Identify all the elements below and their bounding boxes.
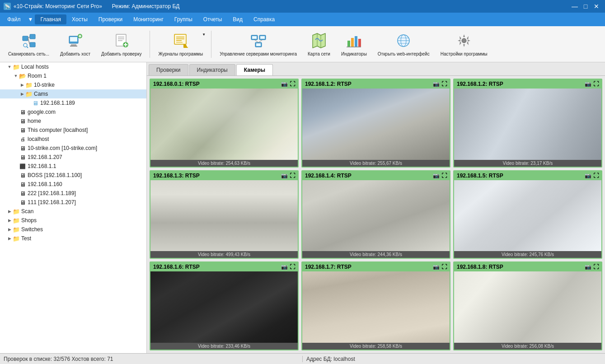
toggle-room1[interactable]: ▼ <box>13 73 19 79</box>
camera-header-9: 192.168.1.8: RTSP 📷 ⛶ <box>454 262 601 271</box>
sidebar-item-222[interactable]: 🖥 222 [192.168.1.189] <box>0 189 146 198</box>
camera-cell-9[interactable]: 192.168.1.8: RTSP 📷 ⛶ Video bitrate: 256… <box>453 261 602 350</box>
camera-cell-8[interactable]: 192.168.1.7: RTSP 📷 ⛶ Video bitrate: 258… <box>301 261 450 350</box>
camera-cell-4[interactable]: 192.168.1.3: RTSP 📷 ⛶ Video bitrate: 499… <box>150 170 299 259</box>
sidebar-item-this-computer[interactable]: 🖥 This computer [localhost] <box>0 126 146 135</box>
tabs-bar: Проверки Индикаторы Камеры <box>147 62 605 76</box>
localhost-label: localhost <box>28 136 49 142</box>
camera-expand-icon-9[interactable]: ⛶ <box>593 264 599 270</box>
camera-expand-icon-7[interactable]: ⛶ <box>290 264 295 270</box>
camera-expand-icon-1[interactable]: ⛶ <box>290 81 295 87</box>
indicators-button[interactable]: Индикаторы <box>337 29 371 60</box>
toolbar-separator-1 <box>150 31 150 58</box>
sidebar-item-local-hosts[interactable]: ▼ 📁 Local hosts <box>0 62 146 71</box>
camera-expand-icon-2[interactable]: ⛶ <box>441 81 447 87</box>
camera-video-icon-1: 📷 <box>281 81 288 87</box>
camera-cell-2[interactable]: 192.168.1.2: RTSP 📷 ⛶ Video bitrate: 255… <box>301 79 450 168</box>
add-host-button[interactable]: Добавить хост <box>56 29 95 60</box>
toggle-switches[interactable]: ▶ <box>6 226 13 233</box>
title-bar-left: 📡 «10-Страйк: Мониторинг Сети Pro» Режим… <box>4 3 179 10</box>
camera-header-3: 192.168.1.2: RTSP 📷 ⛶ <box>454 79 601 89</box>
tab-indicators[interactable]: Индикаторы <box>189 64 235 75</box>
sidebar-item-switches[interactable]: ▶ 📁 Switches <box>0 225 146 234</box>
camera-expand-icon-8[interactable]: ⛶ <box>441 264 447 270</box>
folder-icon-test: 📁 <box>13 235 20 242</box>
web-interface-label: Открыть web-интерфейс <box>378 51 430 57</box>
menu-reports[interactable]: Отчеты <box>198 14 227 24</box>
sidebar-item-192-168-1-189[interactable]: 🖥 192.168.1.189 <box>0 98 146 107</box>
toggle-scan[interactable]: ▶ <box>6 208 13 215</box>
sidebar-item-192-168-1-1[interactable]: ⬛ 192.168.1.1 <box>0 162 146 171</box>
sidebar-item-192-168-1-160[interactable]: 🖥 192.168.1.160 <box>0 180 146 189</box>
camera-cell-1[interactable]: 192.168.0.1: RTSP 📷 ⛶ Video bitrate: 254… <box>150 79 299 168</box>
menu-help[interactable]: Справка <box>248 14 280 24</box>
minimize-button[interactable]: — <box>570 1 580 11</box>
sidebar-item-10-strike-com[interactable]: 🖥 10-strike.com [10-strike.com] <box>0 144 146 153</box>
camera-footer-9: Video bitrate: 256,08 KB/s <box>454 343 601 350</box>
sidebar-item-test[interactable]: ▶ 📁 Test <box>0 234 146 243</box>
toggle-local-hosts[interactable]: ▼ <box>6 64 13 70</box>
camera-feed-8 <box>302 271 450 343</box>
boss-label: BOSS [192.168.1.100] <box>28 172 82 178</box>
logs-button[interactable]: ▼ Журналы программы ▼ <box>154 29 207 60</box>
sidebar-item-10strike[interactable]: ▶ 📁 10-strike <box>0 80 146 89</box>
sidebar-item-192-168-1-207[interactable]: 🖥 192.168.1.207 <box>0 153 146 162</box>
settings-button[interactable]: Настройки программы <box>436 29 492 60</box>
menu-file[interactable]: Файл <box>2 14 26 24</box>
camera-cell-7[interactable]: 192.168.1.6: RTSP 📷 ⛶ Video bitrate: 233… <box>150 261 299 350</box>
menu-groups[interactable]: Группы <box>169 14 198 24</box>
web-interface-button[interactable]: Открыть web-интерфейс <box>373 29 434 60</box>
sidebar-item-111[interactable]: 🖥 111 [192.168.1.207] <box>0 198 146 207</box>
camera-header-4: 192.168.1.3: RTSP 📷 ⛶ <box>150 171 298 180</box>
menu-view[interactable]: Вид <box>227 14 248 24</box>
camera-video-icon-6: 📷 <box>585 173 591 179</box>
settings-label: Настройки программы <box>441 51 488 57</box>
camera-video-icon-3: 📷 <box>585 81 591 87</box>
camera-expand-icon-4[interactable]: ⛶ <box>290 173 295 179</box>
camera-title-2: 192.168.1.2: RTSP <box>305 81 352 87</box>
camera-video-icon-2: 📷 <box>433 81 440 87</box>
menu-hosts[interactable]: Хосты <box>66 14 93 24</box>
sidebar-item-localhost[interactable]: 🖨 localhost <box>0 135 146 144</box>
sidebar-item-cams[interactable]: ▶ 📁 Cams <box>0 89 146 98</box>
menu-dropdown-arrow[interactable]: ▼ <box>26 14 35 24</box>
tab-cameras[interactable]: Камеры <box>236 64 273 75</box>
svg-line-4 <box>28 38 30 45</box>
camera-expand-icon-5[interactable]: ⛶ <box>441 173 447 179</box>
scan-network-button[interactable]: Сканировать сеть... <box>4 29 54 60</box>
tab-checks[interactable]: Проверки <box>149 64 188 75</box>
menu-monitoring[interactable]: Мониторинг <box>128 14 169 24</box>
toggle-10strike[interactable]: ▶ <box>19 82 25 88</box>
camera-cell-3[interactable]: 192.168.1.2: RTSP 📷 ⛶ Video bitrate: 23,… <box>453 79 602 168</box>
web-icon <box>394 32 413 50</box>
net-map-button[interactable]: Карта сети <box>303 29 335 60</box>
toggle-shops[interactable]: ▶ <box>6 217 13 224</box>
camera-header-6: 192.168.1.5: RTSP 📷 ⛶ <box>454 171 601 180</box>
close-button[interactable]: ✕ <box>591 1 601 11</box>
sidebar-item-boss[interactable]: 🖥 BOSS [192.168.1.100] <box>0 171 146 180</box>
toggle-test[interactable]: ▶ <box>6 235 13 242</box>
camera-expand-icon-3[interactable]: ⛶ <box>593 81 599 87</box>
111-label: 111 [192.168.1.207] <box>28 199 76 205</box>
menu-checks[interactable]: Проверки <box>93 14 128 24</box>
sidebar-item-scan[interactable]: ▶ 📁 Scan <box>0 207 146 216</box>
sidebar-item-shops[interactable]: ▶ 📁 Shops <box>0 216 146 225</box>
camera-expand-icon-6[interactable]: ⛶ <box>593 173 599 179</box>
sidebar-item-room1[interactable]: ▼ 📂 Room 1 <box>0 71 146 80</box>
sidebar-item-google[interactable]: 🖥 google.com <box>0 107 146 117</box>
toggle-cams[interactable]: ▶ <box>19 91 25 97</box>
maximize-button[interactable]: □ <box>581 1 591 11</box>
sidebar-scroll[interactable]: ▼ 📁 Local hosts ▼ 📂 Room 1 ▶ 📁 10-strike… <box>0 62 146 353</box>
cams-label: Cams <box>34 91 48 97</box>
svg-rect-41 <box>355 36 357 47</box>
monitoring-mgmt-button[interactable]: Управление серверами мониторинга <box>215 29 301 60</box>
menu-main[interactable]: Главная <box>35 14 66 24</box>
camera-cell-5[interactable]: 192.168.1.4: RTSP 📷 ⛶ Video bitrate: 244… <box>301 170 450 259</box>
camera-cell-6[interactable]: 192.168.1.5: RTSP 📷 ⛶ Video bitrate: 245… <box>453 170 602 259</box>
add-check-button[interactable]: Добавить проверку <box>97 29 146 60</box>
svg-rect-39 <box>347 41 350 47</box>
sidebar: ▼ 📁 Local hosts ▼ 📂 Room 1 ▶ 📁 10-strike… <box>0 62 147 353</box>
10-strike-com-label: 10-strike.com [10-strike.com] <box>28 145 97 151</box>
sidebar-item-home[interactable]: 🖥 home <box>0 117 146 126</box>
camera-icons-6: 📷 ⛶ <box>585 173 599 179</box>
